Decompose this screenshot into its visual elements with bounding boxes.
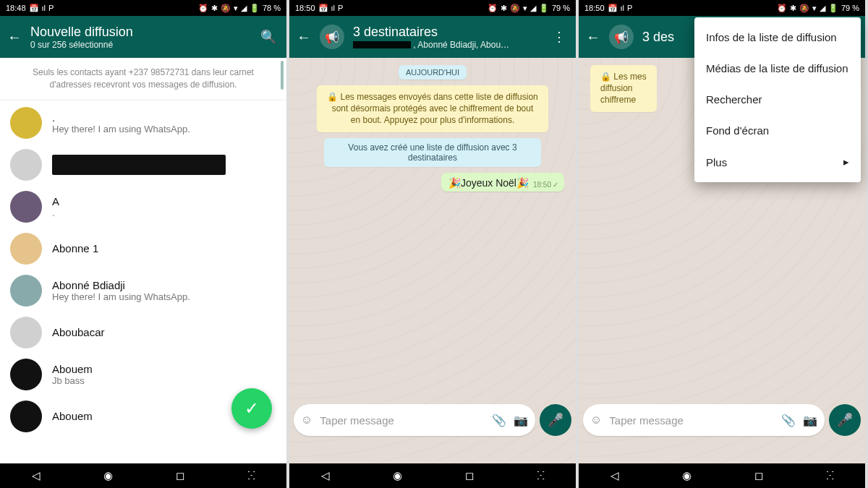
date-chip: AUJOURD'HUI — [399, 65, 467, 80]
contact-row[interactable]: A . — [0, 186, 286, 228]
contact-status: Hey there! I am using WhatsApp. — [52, 291, 276, 302]
menu-item-info[interactable]: Infos de la liste de diffusion — [694, 22, 861, 53]
cell-icon: ◢ — [241, 4, 247, 13]
emoji-icon[interactable]: ☺ — [590, 414, 602, 427]
overflow-menu: Infos de la liste de diffusion Médias de… — [694, 17, 861, 182]
sent-message-bubble[interactable]: 🎉Joyeux Noël🎉 18:50 ✓ — [441, 173, 564, 192]
battery-pct: 79 % — [841, 4, 859, 12]
contact-name: . — [52, 111, 276, 124]
broadcast-icon: 📢 — [320, 25, 344, 49]
scroll-indicator[interactable] — [281, 61, 284, 90]
letter-p-icon: P — [338, 4, 343, 12]
contact-status: Jb bass — [52, 375, 276, 386]
alarm-icon: ⏰ — [488, 4, 498, 13]
attach-icon[interactable]: 📎 — [781, 414, 796, 427]
contact-row[interactable]: Abonné Bdiadji Hey there! I am using Wha… — [0, 270, 286, 312]
encryption-notice[interactable]: 🔒 Les messages envoyés dans cette liste … — [317, 85, 548, 132]
avatar — [10, 107, 42, 139]
sent-tick-icon: ✓ — [553, 181, 558, 189]
nav-accessibility-icon[interactable]: ⵘ — [826, 469, 834, 482]
menu-label: Infos de la liste de diffusion — [706, 31, 837, 43]
menu-item-search[interactable]: Rechercher — [694, 84, 861, 115]
avatar — [10, 149, 42, 181]
alarm-icon: ⏰ — [777, 4, 787, 13]
avatar — [10, 191, 42, 223]
input-placeholder: Taper message — [609, 414, 774, 427]
contact-row[interactable] — [0, 144, 286, 186]
signal-icon: ıl — [331, 4, 336, 12]
calendar-icon: 📅 — [608, 4, 618, 13]
letter-p-icon: P — [627, 4, 632, 12]
bluetooth-icon: ✱ — [790, 4, 796, 13]
calendar-icon: 📅 — [318, 4, 328, 13]
search-icon[interactable]: 🔍 — [258, 29, 279, 45]
menu-label: Rechercher — [706, 93, 762, 106]
status-bar: 18:50 📅 ıl P ⏰ ✱ 🔕 ▾ ◢ 🔋 79 % — [289, 0, 576, 16]
message-input[interactable]: ☺ Taper message 📎 📷 — [294, 404, 535, 436]
broadcast-icon: 📢 — [609, 25, 634, 49]
status-bar: 18:50 📅 ıl P ⏰ ✱ 🔕 ▾ ◢ 🔋 79 % — [579, 0, 865, 16]
nav-accessibility-icon[interactable]: ⵘ — [247, 469, 255, 482]
screen-broadcast-chat: 18:50 📅 ıl P ⏰ ✱ 🔕 ▾ ◢ 🔋 79 % ← 📢 3 dest… — [289, 0, 579, 488]
avatar — [10, 317, 42, 348]
confirm-fab[interactable]: ✓ — [231, 388, 272, 429]
menu-label: Fond d'écran — [706, 124, 769, 137]
message-time: 18:50 — [533, 181, 551, 189]
contact-list[interactable]: . Hey there! I am using WhatsApp. A . Ab… — [0, 100, 286, 437]
nav-back-icon[interactable]: ◁ — [32, 469, 41, 482]
contact-row[interactable]: Abonne 1 — [0, 228, 286, 270]
cell-icon: ◢ — [820, 4, 825, 13]
contact-row[interactable]: Aboubacar — [0, 312, 286, 354]
contact-name: A — [52, 195, 276, 207]
camera-icon[interactable]: 📷 — [514, 414, 528, 427]
chevron-right-icon: ▸ — [843, 155, 849, 168]
nav-recents-icon[interactable]: ◻ — [176, 469, 184, 482]
camera-icon[interactable]: 📷 — [803, 414, 817, 427]
menu-item-wallpaper[interactable]: Fond d'écran — [694, 115, 861, 146]
back-button[interactable]: ← — [7, 29, 22, 46]
contact-row[interactable]: . Hey there! I am using WhatsApp. — [0, 102, 286, 144]
nav-back-icon[interactable]: ◁ — [321, 469, 330, 482]
bluetooth-icon: ✱ — [211, 4, 218, 13]
mute-icon: 🔕 — [221, 4, 231, 13]
nav-accessibility-icon[interactable]: ⵘ — [537, 469, 545, 482]
appbar-title: 3 destinataires — [353, 25, 541, 40]
bluetooth-icon: ✱ — [501, 4, 507, 13]
menu-label: Médias de la liste de diffusion — [706, 62, 848, 74]
menu-item-more[interactable]: Plus ▸ — [694, 146, 861, 178]
android-nav-bar: ◁ ◉ ◻ ⵘ — [579, 463, 865, 488]
android-nav-bar: ◁ ◉ ◻ ⵘ — [289, 463, 576, 488]
avatar — [10, 359, 42, 390]
menu-item-media[interactable]: Médias de la liste de diffusion — [694, 53, 861, 84]
emoji-icon[interactable]: ☺ — [301, 414, 312, 427]
avatar — [10, 401, 42, 432]
appbar-subtitle: , Abonné Bdiadji, Abou… — [353, 40, 541, 50]
battery-pct: 79 % — [552, 4, 570, 12]
message-input[interactable]: ☺ Taper message 📎 📷 — [583, 404, 825, 436]
more-menu-icon[interactable]: ⋮ — [550, 29, 569, 45]
back-button[interactable]: ← — [297, 29, 311, 46]
screen-broadcast-menu: 18:50 📅 ıl P ⏰ ✱ 🔕 ▾ ◢ 🔋 79 % ← 📢 3 des … — [579, 0, 868, 488]
broadcast-notice: Seuls les contacts ayant +237 98572731 d… — [0, 58, 286, 100]
signal-icon: ıl — [621, 4, 625, 12]
nav-home-icon[interactable]: ◉ — [682, 469, 692, 482]
battery-pct: 78 % — [263, 4, 281, 12]
nav-back-icon[interactable]: ◁ — [610, 469, 619, 482]
contact-name: Abonne 1 — [52, 242, 276, 254]
back-button[interactable]: ← — [586, 29, 600, 46]
cell-icon: ◢ — [530, 4, 536, 13]
app-bar[interactable]: ← 📢 3 destinataires , Abonné Bdiadji, Ab… — [289, 16, 576, 58]
mic-button[interactable]: 🎤 — [829, 404, 861, 436]
contact-row[interactable]: Abouem Jb bass — [0, 354, 286, 395]
wifi-icon: ▾ — [234, 4, 238, 13]
nav-home-icon[interactable]: ◉ — [103, 469, 113, 482]
nav-home-icon[interactable]: ◉ — [393, 469, 402, 482]
signal-icon: ıl — [42, 4, 46, 12]
message-text: 🎉Joyeux Noël🎉 — [448, 177, 529, 189]
attach-icon[interactable]: 📎 — [492, 414, 506, 427]
letter-p-icon: P — [48, 4, 54, 12]
nav-recents-icon[interactable]: ◻ — [754, 469, 763, 482]
nav-recents-icon[interactable]: ◻ — [465, 469, 474, 482]
status-bar: 18:48 📅 ıl P ⏰ ✱ 🔕 ▾ ◢ 🔋 78 % — [0, 0, 286, 16]
mic-button[interactable]: 🎤 — [540, 404, 571, 436]
